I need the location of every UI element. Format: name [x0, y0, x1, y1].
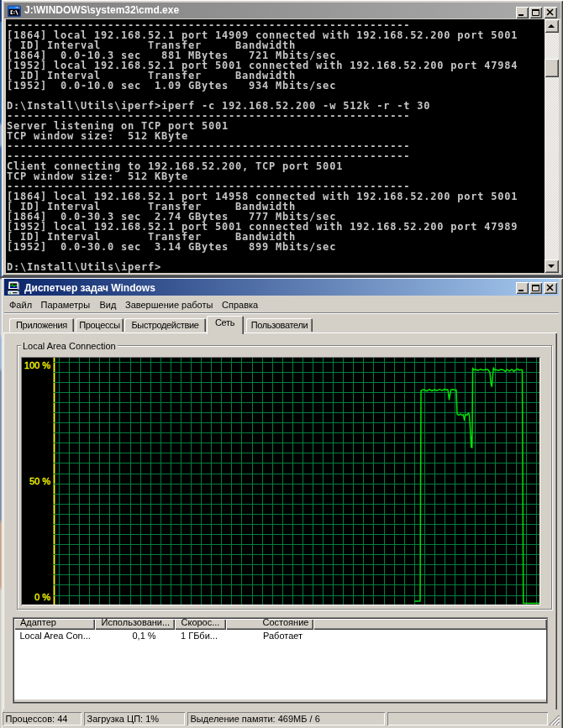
- column-header-label: Адаптер: [20, 618, 56, 627]
- adapter-listview: АдаптерИспользовани...Скорос...Состояние…: [13, 617, 548, 704]
- column-header-filler[interactable]: [313, 619, 547, 630]
- adapter-listview-body[interactable]: АдаптерИспользовани...Скорос...Состояние…: [14, 619, 546, 699]
- column-header-label: Скорос...: [182, 618, 220, 627]
- adapter-cell-2: 0,1 %: [89, 631, 156, 642]
- cmd-console-output[interactable]: ----------------------------------------…: [6, 19, 545, 273]
- down-arrow-icon: [548, 264, 555, 268]
- scale-label-3: 0 %: [34, 592, 50, 602]
- column-header-label: Состояние: [263, 618, 309, 627]
- scrollbar-thumb[interactable]: [545, 59, 559, 77]
- scale-label-1: 100 %: [24, 360, 50, 370]
- column-header-4[interactable]: Состояние: [226, 619, 313, 630]
- tab-label: Быстродействие: [131, 320, 198, 330]
- adapter-cell-4: Работает: [263, 631, 303, 642]
- menubar-separator: [4, 312, 559, 314]
- cmd-maximize-button[interactable]: [529, 7, 542, 18]
- tm-close-button[interactable]: [544, 282, 557, 294]
- cmd-minimize-button[interactable]: [516, 7, 529, 18]
- groupbox-label: Local Area Connection: [20, 341, 118, 352]
- task-manager-icon: [7, 281, 20, 295]
- status-text: Загрузка ЦП: 1%: [87, 715, 160, 724]
- task-manager-window: Диспетчер задач Windows ФайлПараметрыВид…: [2, 278, 563, 728]
- tab-Пользователи[interactable]: Пользователи: [246, 318, 313, 333]
- network-utilization-graph: 100 %50 %0 %: [21, 357, 540, 605]
- status-text: Процессов: 44: [6, 715, 68, 724]
- tab-Процессы[interactable]: Процессы: [76, 318, 124, 333]
- column-header-label: Использовани...: [102, 618, 171, 627]
- resize-grip-icon[interactable]: [549, 715, 560, 725]
- column-header-1[interactable]: Адаптер: [14, 619, 95, 630]
- task-manager-titlebar[interactable]: Диспетчер задач Windows: [4, 279, 559, 296]
- menu-item-2[interactable]: Параметры: [41, 300, 91, 310]
- status-panel-3: Выделение памяти: 469МБ / 6: [187, 712, 385, 726]
- status-bar: Процессов: 44Загрузка ЦП: 1%Выделение па…: [3, 710, 557, 725]
- cmd-titlebar[interactable]: J:\WINDOWS\system32\cmd.exe: [4, 3, 560, 18]
- status-panel-2: Загрузка ЦП: 1%: [84, 712, 185, 726]
- column-header-3[interactable]: Скорос...: [175, 619, 226, 630]
- menu-item-1[interactable]: Файл: [9, 300, 32, 310]
- menu-item-5[interactable]: Справка: [222, 300, 258, 310]
- cmd-scrollbar[interactable]: [545, 19, 559, 273]
- cmd-icon: [8, 4, 21, 18]
- cmd-window: J:\WINDOWS\system32\cmd.exe ------------…: [2, 0, 563, 276]
- tab-Сеть[interactable]: Сеть: [207, 316, 244, 334]
- network-graph-svg: 100 %50 %0 %: [22, 358, 539, 605]
- tab-Быстродействие[interactable]: Быстродействие: [124, 318, 206, 333]
- up-arrow-icon: [548, 24, 555, 28]
- scrollbar-down-button[interactable]: [545, 259, 559, 273]
- console-text: ----------------------------------------…: [7, 20, 518, 272]
- column-header-2[interactable]: Использовани...: [95, 619, 175, 630]
- task-manager-menubar: ФайлПараметрыВидЗавершение работыСправка: [4, 296, 559, 312]
- adapter-cell-1: Local Area Con...: [20, 631, 91, 642]
- scrollbar-up-button[interactable]: [545, 19, 559, 33]
- adapter-cell-3: 1 ГБби...: [181, 631, 218, 642]
- tab-label: Пользователи: [251, 320, 308, 330]
- tab-label: Сеть: [215, 317, 234, 327]
- status-panel-4: [387, 712, 548, 726]
- status-text: Выделение памяти: 469МБ / 6: [191, 715, 320, 724]
- task-manager-title: Диспетчер задач Windows: [24, 283, 155, 294]
- tm-minimize-button[interactable]: [516, 282, 529, 294]
- status-panel-1: Процессов: 44: [3, 712, 82, 726]
- menu-item-4[interactable]: Завершение работы: [125, 300, 213, 310]
- cmd-window-title: J:\WINDOWS\system32\cmd.exe: [24, 5, 179, 16]
- tab-Приложения[interactable]: Приложения: [9, 318, 74, 333]
- tab-label: Приложения: [16, 320, 67, 330]
- scale-label-2: 50 %: [29, 476, 50, 486]
- tab-label: Процессы: [79, 320, 120, 330]
- cmd-close-button[interactable]: [544, 7, 557, 18]
- menu-item-3[interactable]: Вид: [100, 300, 117, 310]
- tm-maximize-button[interactable]: [529, 282, 542, 294]
